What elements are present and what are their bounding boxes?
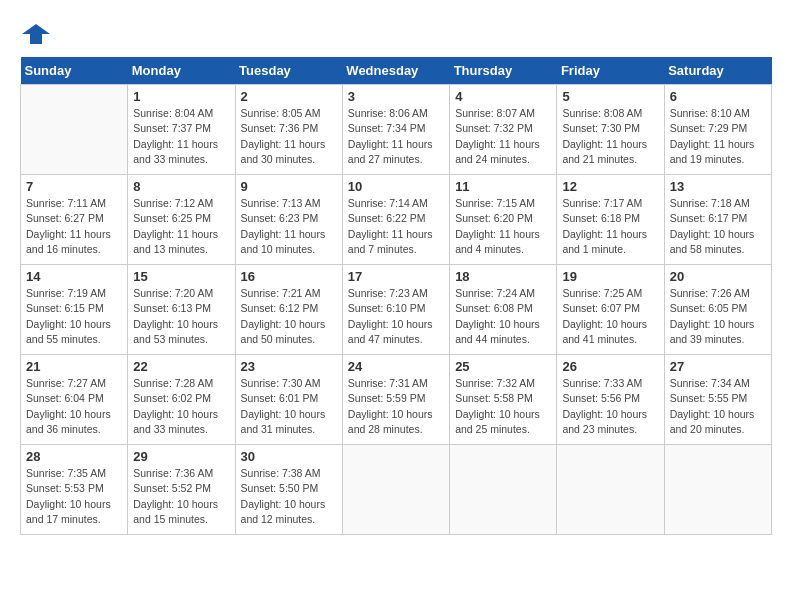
day-number: 27 xyxy=(670,359,766,374)
weekday-header-sunday: Sunday xyxy=(21,57,128,85)
calendar-cell xyxy=(450,445,557,535)
calendar-cell: 18Sunrise: 7:24 AM Sunset: 6:08 PM Dayli… xyxy=(450,265,557,355)
calendar-cell: 27Sunrise: 7:34 AM Sunset: 5:55 PM Dayli… xyxy=(664,355,771,445)
day-info: Sunrise: 7:31 AM Sunset: 5:59 PM Dayligh… xyxy=(348,376,444,437)
calendar-cell: 14Sunrise: 7:19 AM Sunset: 6:15 PM Dayli… xyxy=(21,265,128,355)
day-number: 18 xyxy=(455,269,551,284)
day-info: Sunrise: 7:17 AM Sunset: 6:18 PM Dayligh… xyxy=(562,196,658,257)
day-info: Sunrise: 7:11 AM Sunset: 6:27 PM Dayligh… xyxy=(26,196,122,257)
day-number: 30 xyxy=(241,449,337,464)
day-number: 5 xyxy=(562,89,658,104)
svg-marker-0 xyxy=(22,24,50,44)
day-number: 25 xyxy=(455,359,551,374)
calendar-cell xyxy=(664,445,771,535)
weekday-header-monday: Monday xyxy=(128,57,235,85)
day-info: Sunrise: 7:14 AM Sunset: 6:22 PM Dayligh… xyxy=(348,196,444,257)
calendar-cell xyxy=(557,445,664,535)
weekday-header-thursday: Thursday xyxy=(450,57,557,85)
day-info: Sunrise: 8:07 AM Sunset: 7:32 PM Dayligh… xyxy=(455,106,551,167)
day-number: 4 xyxy=(455,89,551,104)
calendar-week-1: 1Sunrise: 8:04 AM Sunset: 7:37 PM Daylig… xyxy=(21,85,772,175)
day-info: Sunrise: 7:32 AM Sunset: 5:58 PM Dayligh… xyxy=(455,376,551,437)
day-number: 11 xyxy=(455,179,551,194)
day-info: Sunrise: 7:15 AM Sunset: 6:20 PM Dayligh… xyxy=(455,196,551,257)
day-info: Sunrise: 7:23 AM Sunset: 6:10 PM Dayligh… xyxy=(348,286,444,347)
calendar-cell: 8Sunrise: 7:12 AM Sunset: 6:25 PM Daylig… xyxy=(128,175,235,265)
calendar-cell: 23Sunrise: 7:30 AM Sunset: 6:01 PM Dayli… xyxy=(235,355,342,445)
calendar-cell: 5Sunrise: 8:08 AM Sunset: 7:30 PM Daylig… xyxy=(557,85,664,175)
calendar-cell: 17Sunrise: 7:23 AM Sunset: 6:10 PM Dayli… xyxy=(342,265,449,355)
day-number: 19 xyxy=(562,269,658,284)
day-info: Sunrise: 7:20 AM Sunset: 6:13 PM Dayligh… xyxy=(133,286,229,347)
weekday-header-tuesday: Tuesday xyxy=(235,57,342,85)
calendar-cell: 1Sunrise: 8:04 AM Sunset: 7:37 PM Daylig… xyxy=(128,85,235,175)
day-info: Sunrise: 8:05 AM Sunset: 7:36 PM Dayligh… xyxy=(241,106,337,167)
calendar-cell: 22Sunrise: 7:28 AM Sunset: 6:02 PM Dayli… xyxy=(128,355,235,445)
calendar-cell: 3Sunrise: 8:06 AM Sunset: 7:34 PM Daylig… xyxy=(342,85,449,175)
calendar-week-3: 14Sunrise: 7:19 AM Sunset: 6:15 PM Dayli… xyxy=(21,265,772,355)
day-number: 9 xyxy=(241,179,337,194)
calendar-cell: 6Sunrise: 8:10 AM Sunset: 7:29 PM Daylig… xyxy=(664,85,771,175)
day-number: 16 xyxy=(241,269,337,284)
day-number: 2 xyxy=(241,89,337,104)
day-info: Sunrise: 7:27 AM Sunset: 6:04 PM Dayligh… xyxy=(26,376,122,437)
day-info: Sunrise: 7:18 AM Sunset: 6:17 PM Dayligh… xyxy=(670,196,766,257)
weekday-header-wednesday: Wednesday xyxy=(342,57,449,85)
day-number: 3 xyxy=(348,89,444,104)
day-info: Sunrise: 7:24 AM Sunset: 6:08 PM Dayligh… xyxy=(455,286,551,347)
page-header xyxy=(20,20,772,47)
calendar-cell: 20Sunrise: 7:26 AM Sunset: 6:05 PM Dayli… xyxy=(664,265,771,355)
day-info: Sunrise: 8:08 AM Sunset: 7:30 PM Dayligh… xyxy=(562,106,658,167)
day-info: Sunrise: 7:38 AM Sunset: 5:50 PM Dayligh… xyxy=(241,466,337,527)
day-info: Sunrise: 7:26 AM Sunset: 6:05 PM Dayligh… xyxy=(670,286,766,347)
day-info: Sunrise: 7:35 AM Sunset: 5:53 PM Dayligh… xyxy=(26,466,122,527)
calendar-table: SundayMondayTuesdayWednesdayThursdayFrid… xyxy=(20,57,772,535)
weekday-header-saturday: Saturday xyxy=(664,57,771,85)
day-number: 24 xyxy=(348,359,444,374)
day-number: 20 xyxy=(670,269,766,284)
calendar-week-2: 7Sunrise: 7:11 AM Sunset: 6:27 PM Daylig… xyxy=(21,175,772,265)
day-info: Sunrise: 8:04 AM Sunset: 7:37 PM Dayligh… xyxy=(133,106,229,167)
weekday-header-row: SundayMondayTuesdayWednesdayThursdayFrid… xyxy=(21,57,772,85)
day-number: 29 xyxy=(133,449,229,464)
day-info: Sunrise: 8:06 AM Sunset: 7:34 PM Dayligh… xyxy=(348,106,444,167)
day-number: 10 xyxy=(348,179,444,194)
calendar-cell: 11Sunrise: 7:15 AM Sunset: 6:20 PM Dayli… xyxy=(450,175,557,265)
calendar-cell: 15Sunrise: 7:20 AM Sunset: 6:13 PM Dayli… xyxy=(128,265,235,355)
day-number: 22 xyxy=(133,359,229,374)
day-info: Sunrise: 7:19 AM Sunset: 6:15 PM Dayligh… xyxy=(26,286,122,347)
day-info: Sunrise: 7:33 AM Sunset: 5:56 PM Dayligh… xyxy=(562,376,658,437)
day-info: Sunrise: 8:10 AM Sunset: 7:29 PM Dayligh… xyxy=(670,106,766,167)
calendar-cell: 4Sunrise: 8:07 AM Sunset: 7:32 PM Daylig… xyxy=(450,85,557,175)
calendar-cell: 13Sunrise: 7:18 AM Sunset: 6:17 PM Dayli… xyxy=(664,175,771,265)
day-number: 21 xyxy=(26,359,122,374)
day-info: Sunrise: 7:13 AM Sunset: 6:23 PM Dayligh… xyxy=(241,196,337,257)
weekday-header-friday: Friday xyxy=(557,57,664,85)
day-info: Sunrise: 7:21 AM Sunset: 6:12 PM Dayligh… xyxy=(241,286,337,347)
day-number: 28 xyxy=(26,449,122,464)
day-number: 23 xyxy=(241,359,337,374)
calendar-cell: 29Sunrise: 7:36 AM Sunset: 5:52 PM Dayli… xyxy=(128,445,235,535)
day-info: Sunrise: 7:34 AM Sunset: 5:55 PM Dayligh… xyxy=(670,376,766,437)
day-info: Sunrise: 7:12 AM Sunset: 6:25 PM Dayligh… xyxy=(133,196,229,257)
logo xyxy=(20,20,50,47)
day-number: 13 xyxy=(670,179,766,194)
calendar-cell: 28Sunrise: 7:35 AM Sunset: 5:53 PM Dayli… xyxy=(21,445,128,535)
calendar-cell: 16Sunrise: 7:21 AM Sunset: 6:12 PM Dayli… xyxy=(235,265,342,355)
calendar-cell xyxy=(21,85,128,175)
calendar-cell: 10Sunrise: 7:14 AM Sunset: 6:22 PM Dayli… xyxy=(342,175,449,265)
calendar-cell: 19Sunrise: 7:25 AM Sunset: 6:07 PM Dayli… xyxy=(557,265,664,355)
day-number: 15 xyxy=(133,269,229,284)
day-number: 14 xyxy=(26,269,122,284)
calendar-cell: 21Sunrise: 7:27 AM Sunset: 6:04 PM Dayli… xyxy=(21,355,128,445)
day-number: 6 xyxy=(670,89,766,104)
calendar-cell: 24Sunrise: 7:31 AM Sunset: 5:59 PM Dayli… xyxy=(342,355,449,445)
calendar-week-5: 28Sunrise: 7:35 AM Sunset: 5:53 PM Dayli… xyxy=(21,445,772,535)
day-info: Sunrise: 7:25 AM Sunset: 6:07 PM Dayligh… xyxy=(562,286,658,347)
day-number: 1 xyxy=(133,89,229,104)
calendar-cell: 7Sunrise: 7:11 AM Sunset: 6:27 PM Daylig… xyxy=(21,175,128,265)
day-number: 26 xyxy=(562,359,658,374)
day-number: 12 xyxy=(562,179,658,194)
day-number: 8 xyxy=(133,179,229,194)
day-info: Sunrise: 7:30 AM Sunset: 6:01 PM Dayligh… xyxy=(241,376,337,437)
